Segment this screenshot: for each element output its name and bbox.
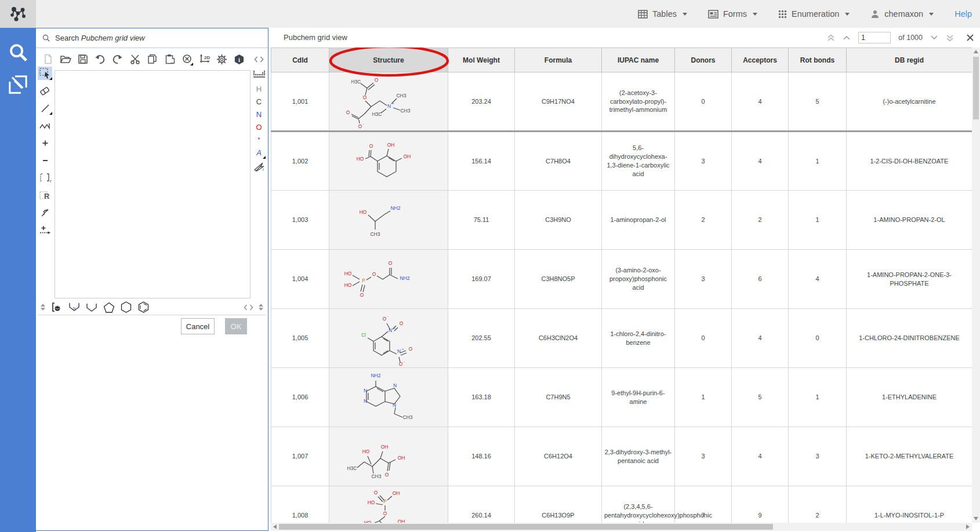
cell-db_regid[interactable]: 1-AMINO-PROPAN-2-ONE-3-PHOSPHATE xyxy=(847,250,972,309)
cell-rot_bonds[interactable]: 0 xyxy=(789,309,847,368)
pyrrole-template[interactable]: N xyxy=(68,301,80,314)
scroll-down-button[interactable] xyxy=(972,515,980,523)
cut-icon[interactable] xyxy=(129,53,141,65)
table-row[interactable]: 1,007H3CHOOHOOHCH3148.16C6H12O42,3-dihyd… xyxy=(271,427,972,486)
structure-cell[interactable]: OHOOHOH xyxy=(329,132,448,191)
cell-db_regid[interactable]: 1-2-CIS-DI-OH-BENZOATE xyxy=(847,132,972,191)
cell-iupac[interactable]: (3-amino-2-oxo-propoxy)phosphonic acid xyxy=(602,250,675,309)
select-tool[interactable] xyxy=(38,67,52,80)
info-icon[interactable]: i xyxy=(233,53,245,65)
cell-cdid[interactable]: 1,006 xyxy=(271,368,329,427)
cell-acceptors[interactable]: 9 xyxy=(732,486,789,523)
cell-iupac[interactable]: 5,6-dihydroxycyclohexa-1,3-diene-1-carbo… xyxy=(602,132,675,191)
chemaxon-logo[interactable] xyxy=(0,0,36,28)
vertical-scrollbar-thumb[interactable] xyxy=(973,57,979,119)
cell-iupac[interactable]: 2,3-dihydroxy-3-methyl-pentanoic acid xyxy=(602,427,675,486)
cell-db_regid[interactable]: (-)o-acetylcarnitine xyxy=(847,72,972,132)
template-spinner-left[interactable] xyxy=(41,304,45,311)
group-tool[interactable]: n xyxy=(38,171,52,184)
cell-cdid[interactable]: 1,008 xyxy=(271,486,329,523)
menu-user[interactable]: chemaxon xyxy=(870,9,934,19)
periodic-table-icon[interactable] xyxy=(252,68,266,81)
cell-acceptors[interactable]: 5 xyxy=(732,368,789,427)
eraser-tool[interactable] xyxy=(38,84,52,97)
column-header-acceptors[interactable]: Acceptors xyxy=(732,48,789,72)
increase-charge-tool[interactable] xyxy=(38,136,52,150)
structure-cell[interactable]: OOHHOOPHOOH xyxy=(329,486,448,523)
cell-mol_weight[interactable]: 75.11 xyxy=(448,191,515,250)
paste-icon[interactable] xyxy=(164,53,176,65)
cell-formula[interactable]: C3H9NO xyxy=(515,191,602,250)
column-header-rot-bonds[interactable]: Rot bonds xyxy=(789,48,847,72)
column-header-structure[interactable]: Structure xyxy=(329,48,448,72)
chain-tool[interactable] xyxy=(38,119,52,132)
cell-acceptors[interactable]: 4 xyxy=(732,427,789,486)
cyclopentane-template[interactable] xyxy=(103,301,115,314)
cell-acceptors[interactable]: 2 xyxy=(732,191,789,250)
clean-2d-icon[interactable]: 2D xyxy=(198,53,210,65)
menu-enumeration[interactable]: Enumeration xyxy=(778,9,850,19)
cell-mol_weight[interactable]: 163.18 xyxy=(448,368,515,427)
cell-cdid[interactable]: 1,004 xyxy=(271,250,329,309)
scroll-right-button[interactable] xyxy=(964,523,972,531)
cell-formula[interactable]: C7H8O4 xyxy=(515,132,602,191)
search-input[interactable]: Search Pubchem grid view xyxy=(36,28,268,48)
attachment-bond-tool[interactable] xyxy=(38,206,52,219)
cell-db_regid[interactable]: 1-KETO-2-METHYLVALERATE xyxy=(847,427,972,486)
structure-cell[interactable]: PHOHOOOONH2 xyxy=(329,250,448,309)
cell-cdid[interactable]: 1,001 xyxy=(271,72,329,132)
cell-donors[interactable]: 0 xyxy=(675,309,732,368)
cell-mol_weight[interactable]: 169.07 xyxy=(448,250,515,309)
cell-donors[interactable]: 3 xyxy=(675,250,732,309)
table-row[interactable]: 1,005ClN+O-ON+OO-202.55C6H3ClN2O41-chlor… xyxy=(271,309,972,368)
cell-rot_bonds[interactable]: 4 xyxy=(789,250,847,309)
cell-db_regid[interactable]: 1-L-MYO-INOSITOL-1-P xyxy=(847,486,972,523)
cell-donors[interactable]: 3 xyxy=(675,132,732,191)
no-structure-icon[interactable] xyxy=(181,53,193,65)
cell-mol_weight[interactable]: 203.24 xyxy=(448,72,515,132)
table-row[interactable]: 1,003HONH2CH375.11C3H9NO1-aminopropan-2-… xyxy=(271,191,972,250)
cell-donors[interactable]: 3 xyxy=(675,427,732,486)
cell-donors[interactable]: 1 xyxy=(675,368,732,427)
column-header-cdid[interactable]: CdId xyxy=(271,48,329,72)
structure-cell[interactable]: ClN+O-ON+OO- xyxy=(329,309,448,368)
cell-cdid[interactable]: 1,005 xyxy=(271,309,329,368)
table-row[interactable]: 1,008OOHHOOPHOOH260.14C6H13O9P(2,3,4,5,6… xyxy=(271,486,972,523)
structure-cell[interactable]: H3CHOOHOOHCH3 xyxy=(329,427,448,486)
cyclopentane-open-template[interactable] xyxy=(85,301,97,314)
new-document-icon[interactable] xyxy=(42,53,54,65)
toolbar-scroll-arrows[interactable] xyxy=(254,56,264,63)
ok-button[interactable]: OK xyxy=(225,318,247,334)
cell-db_regid[interactable]: 1-AMINO-PROPAN-2-OL xyxy=(847,191,972,250)
cell-formula[interactable]: C6H12O4 xyxy=(515,427,602,486)
cell-acceptors[interactable]: 4 xyxy=(732,132,789,191)
page-number-input[interactable] xyxy=(858,32,891,43)
horizontal-scrollbar-thumb[interactable] xyxy=(279,524,773,530)
reaction-arrow-tool[interactable] xyxy=(38,223,52,236)
benzene-template[interactable] xyxy=(137,301,150,314)
undo-icon[interactable] xyxy=(94,53,106,65)
settings-gear-icon[interactable] xyxy=(216,53,228,65)
cell-formula[interactable]: C6H13O9P xyxy=(515,486,602,523)
last-page-button[interactable] xyxy=(946,34,954,42)
menu-forms[interactable]: Forms xyxy=(708,9,757,19)
atom-button-A[interactable]: A xyxy=(252,146,266,159)
scroll-left-button[interactable] xyxy=(271,523,279,531)
atom-button-C[interactable]: C xyxy=(252,95,266,108)
cancel-button[interactable]: Cancel xyxy=(181,318,215,334)
search-tool-button[interactable] xyxy=(0,36,36,68)
close-icon[interactable] xyxy=(966,34,974,42)
cell-cdid[interactable]: 1,003 xyxy=(271,191,329,250)
cell-iupac[interactable]: (2,3,4,5,6-pentahydroxycyclohexoxy)phosp… xyxy=(602,486,675,523)
cyclohexane-template[interactable] xyxy=(120,301,132,314)
cell-rot_bonds[interactable]: 2 xyxy=(789,486,847,523)
next-page-button[interactable] xyxy=(930,35,938,40)
copy-icon[interactable] xyxy=(146,53,158,65)
cell-iupac[interactable]: (2-acetoxy-3-carboxylato-propyl)-trimeth… xyxy=(602,72,675,132)
sketcher-canvas[interactable] xyxy=(55,70,251,298)
cell-iupac[interactable]: 9-ethyl-9H-purin-6-amine xyxy=(602,368,675,427)
cell-iupac[interactable]: 1-aminopropan-2-ol xyxy=(602,191,675,250)
decrease-charge-tool[interactable] xyxy=(38,154,52,167)
open-icon[interactable] xyxy=(59,53,71,65)
cell-rot_bonds[interactable]: 3 xyxy=(789,427,847,486)
